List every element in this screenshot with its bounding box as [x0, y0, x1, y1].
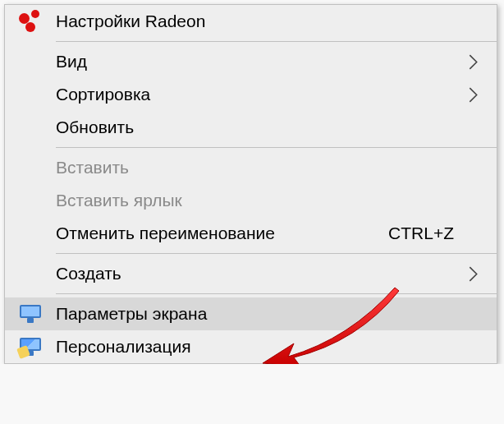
- menu-item-label: Вид: [56, 52, 464, 71]
- menu-item-label: Параметры экрана: [56, 304, 464, 324]
- menu-item-sort[interactable]: Сортировка: [5, 78, 497, 111]
- chevron-right-icon: [464, 86, 482, 104]
- menu-item-refresh[interactable]: Обновить: [5, 111, 497, 144]
- radeon-icon: [5, 10, 56, 33]
- chevron-right-icon: [464, 265, 482, 283]
- menu-item-paste: Вставить: [5, 151, 497, 184]
- menu-item-label: Обновить: [56, 118, 464, 137]
- menu-item-label: Сортировка: [56, 85, 464, 104]
- menu-item-new[interactable]: Создать: [5, 257, 497, 290]
- separator: [5, 250, 497, 257]
- menu-item-shortcut: CTRL+Z: [388, 224, 464, 243]
- menu-item-label: Отменить переименование: [56, 224, 388, 243]
- menu-item-paste-shortcut: Вставить ярлык: [5, 184, 497, 217]
- separator: [5, 290, 497, 297]
- menu-item-undo-rename[interactable]: Отменить переименование CTRL+Z: [5, 217, 497, 250]
- menu-item-label: Вставить: [56, 158, 464, 177]
- chevron-right-icon: [464, 53, 482, 71]
- menu-item-radeon-settings[interactable]: Настройки Radeon: [5, 5, 497, 38]
- menu-item-label: Создать: [56, 264, 464, 283]
- separator: [5, 144, 497, 151]
- context-menu: Настройки Radeon Вид Сортировка Обновить…: [4, 4, 497, 364]
- menu-item-view[interactable]: Вид: [5, 45, 497, 78]
- menu-item-display-settings[interactable]: Параметры экрана: [5, 297, 497, 330]
- menu-item-label: Персонализация: [56, 337, 464, 357]
- monitor-icon: [5, 305, 56, 323]
- menu-item-label: Вставить ярлык: [56, 191, 464, 210]
- separator: [5, 38, 497, 45]
- personalize-icon: [5, 338, 56, 356]
- menu-item-personalize[interactable]: Персонализация: [5, 330, 497, 363]
- menu-item-label: Настройки Radeon: [56, 12, 464, 31]
